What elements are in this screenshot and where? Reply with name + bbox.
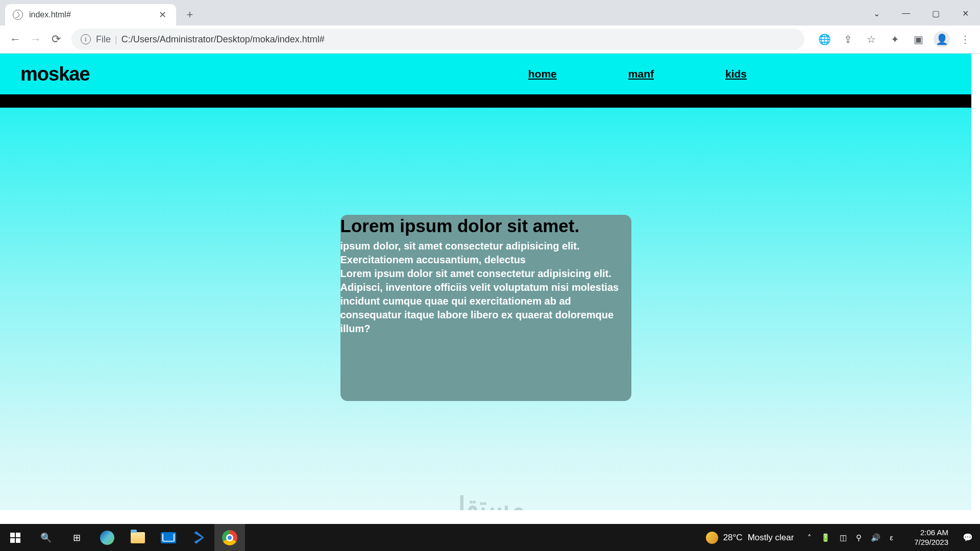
weather-widget[interactable]: 28°C Mostly clear <box>698 532 802 544</box>
wifi-icon[interactable]: ⚲ <box>856 533 862 542</box>
taskbar-app-edge[interactable] <box>92 524 122 551</box>
language-indicator[interactable]: ε <box>890 533 893 542</box>
browser-tab[interactable]: index.html# ✕ <box>5 4 176 26</box>
back-button[interactable]: ← <box>5 29 26 49</box>
taskbar-clock[interactable]: 2:06 AM 7/29/2023 <box>899 528 955 547</box>
windows-taskbar: 🔍 ⊞ 28°C Mostly clear ˄ 🔋 ◫ ⚲ 🔊 ε 2:06 A… <box>0 524 980 551</box>
tray-chevron-icon[interactable]: ˄ <box>807 533 812 542</box>
site-logo: moskae <box>20 63 90 85</box>
weather-temp: 28°C <box>723 533 743 543</box>
tab-title: index.html# <box>29 10 157 19</box>
browser-tab-strip: index.html# ✕ + ⌄ ― ▢ ✕ <box>0 0 980 26</box>
taskbar-app-vscode[interactable] <box>184 524 214 551</box>
side-panel-icon[interactable]: ▣ <box>909 30 928 49</box>
maximize-button[interactable]: ▢ <box>921 3 950 24</box>
profile-button[interactable]: 👤 <box>932 30 951 49</box>
taskbar-app-chrome[interactable] <box>214 524 245 551</box>
bookmark-icon[interactable]: ☆ <box>862 30 881 49</box>
translate-icon[interactable]: 🌐 <box>815 30 834 49</box>
taskbar-app-explorer[interactable] <box>122 524 153 551</box>
weather-icon <box>706 532 718 544</box>
card-paragraph-2: Lorem ipsum dolor sit amet consectetur a… <box>340 267 631 336</box>
card-heading: Lorem ipsum dolor sit amet. <box>340 215 631 237</box>
chrome-menu-icon[interactable]: ⋮ <box>955 30 975 49</box>
hero-section: Lorem ipsum dolor sit amet. ipsum dolor,… <box>0 108 971 510</box>
close-tab-icon[interactable]: ✕ <box>157 9 168 20</box>
main-nav: home manf kids <box>528 68 747 80</box>
share-icon[interactable]: ⇪ <box>838 30 857 49</box>
task-view-button[interactable]: ⊞ <box>61 524 92 551</box>
card-paragraph-1: ipsum dolor, sit amet consectetur adipis… <box>340 239 631 267</box>
new-tab-button[interactable]: + <box>182 7 198 22</box>
start-button[interactable] <box>0 524 31 551</box>
folder-icon <box>131 532 145 543</box>
windows-logo-icon <box>10 533 20 543</box>
nav-link-home[interactable]: home <box>528 68 557 80</box>
url-text: C:/Users/Administrator/Desktop/moka/inde… <box>121 34 325 45</box>
window-controls: ⌄ ― ▢ ✕ <box>862 3 980 24</box>
taskbar-app-mail[interactable] <box>153 524 184 551</box>
close-window-button[interactable]: ✕ <box>950 3 980 24</box>
extensions-icon[interactable]: ✦ <box>885 30 904 49</box>
volume-icon[interactable]: 🔊 <box>871 533 880 542</box>
edge-icon <box>100 531 114 545</box>
action-center-button[interactable]: 💬 <box>955 533 980 542</box>
nav-link-kids[interactable]: kids <box>725 68 747 80</box>
address-bar[interactable]: i File | C:/Users/Administrator/Desktop/… <box>71 29 804 50</box>
mail-icon <box>161 532 176 543</box>
clock-time: 2:06 AM <box>906 528 948 538</box>
url-scheme-label: File <box>96 34 111 45</box>
battery-icon[interactable]: 🔋 <box>821 533 830 542</box>
watermark: مستقل mostaql.com <box>416 492 555 510</box>
content-card: Lorem ipsum dolor sit amet. ipsum dolor,… <box>340 215 631 401</box>
site-header: moskae home manf kids <box>0 54 971 94</box>
system-tray: ˄ 🔋 ◫ ⚲ 🔊 ε <box>801 533 899 542</box>
clock-date: 7/29/2023 <box>906 538 948 547</box>
meet-now-icon[interactable]: ◫ <box>840 533 847 542</box>
reload-button[interactable]: ⟳ <box>46 29 66 49</box>
browser-toolbar: ← → ⟳ i File | C:/Users/Administrator/De… <box>0 26 980 54</box>
chrome-icon <box>222 530 237 545</box>
divider-strip <box>0 94 971 108</box>
weather-desc: Mostly clear <box>748 533 794 543</box>
site-info-icon[interactable]: i <box>81 34 91 44</box>
forward-button[interactable]: → <box>26 29 46 49</box>
nav-link-manf[interactable]: manf <box>628 68 654 80</box>
minimize-button[interactable]: ― <box>891 3 921 24</box>
globe-icon <box>13 10 23 20</box>
vscode-icon <box>192 531 206 545</box>
tabs-dropdown-icon[interactable]: ⌄ <box>862 3 891 24</box>
search-button[interactable]: 🔍 <box>31 524 61 551</box>
page-viewport: moskae home manf kids Lorem ipsum dolor … <box>0 54 980 510</box>
webpage: moskae home manf kids Lorem ipsum dolor … <box>0 54 971 510</box>
